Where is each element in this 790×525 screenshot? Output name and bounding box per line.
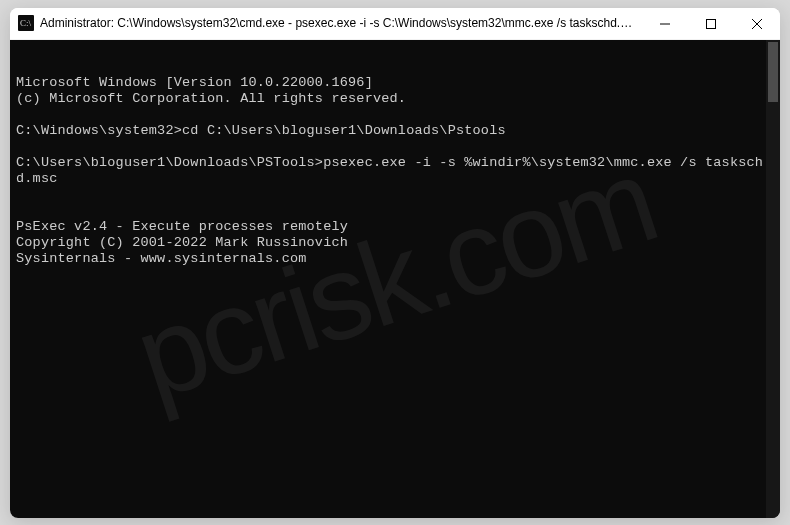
terminal-line: Copyright (C) 2001-2022 Mark Russinovich: [16, 235, 774, 251]
svg-text:C:\: C:\: [20, 18, 32, 28]
window-title: Administrator: C:\Windows\system32\cmd.e…: [40, 16, 642, 30]
titlebar[interactable]: C:\ Administrator: C:\Windows\system32\c…: [10, 8, 780, 40]
terminal-line: (c) Microsoft Corporation. All rights re…: [16, 91, 774, 107]
terminal-line: [16, 267, 774, 283]
scrollbar-track[interactable]: [766, 40, 780, 518]
terminal-line: [16, 139, 774, 155]
terminal-line: [16, 203, 774, 219]
terminal-line: C:\Users\bloguser1\Downloads\PSTools>pse…: [16, 155, 774, 187]
terminal-line: Sysinternals - www.sysinternals.com: [16, 251, 774, 267]
terminal-line: [16, 107, 774, 123]
terminal-line: C:\Windows\system32>cd C:\Users\bloguser…: [16, 123, 774, 139]
minimize-button[interactable]: [642, 8, 688, 40]
terminal-line: [16, 187, 774, 203]
terminal-area[interactable]: Microsoft Windows [Version 10.0.22000.16…: [10, 40, 780, 518]
close-button[interactable]: [734, 8, 780, 40]
cmd-icon: C:\: [18, 15, 34, 31]
terminal-line: Microsoft Windows [Version 10.0.22000.16…: [16, 75, 774, 91]
scrollbar-thumb[interactable]: [768, 42, 778, 102]
terminal-line: PsExec v2.4 - Execute processes remotely: [16, 219, 774, 235]
maximize-button[interactable]: [688, 8, 734, 40]
cmd-window: C:\ Administrator: C:\Windows\system32\c…: [10, 8, 780, 518]
terminal-output: Microsoft Windows [Version 10.0.22000.16…: [16, 75, 774, 283]
window-controls: [642, 8, 780, 39]
svg-rect-3: [707, 19, 716, 28]
